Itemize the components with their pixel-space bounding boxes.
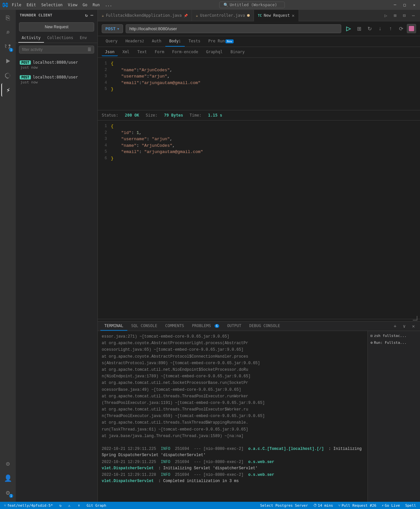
close-terminal-icon[interactable]: ✕	[410, 322, 417, 330]
run-config-icon: ⚙	[370, 341, 373, 345]
term-tab-problems[interactable]: PROBLEMS 6	[188, 321, 223, 331]
download-icon[interactable]: ↓	[375, 24, 385, 33]
menu-more[interactable]: ...	[105, 3, 112, 7]
maximize-button[interactable]: □	[402, 2, 408, 8]
term-tab-debug[interactable]: DEBUG CONSOLE	[245, 321, 284, 331]
sidebar-tab-activity[interactable]: Activity	[18, 33, 44, 43]
publish-status-item[interactable]: ⬆	[76, 503, 81, 508]
time-status-item[interactable]: ⏱ 14 mins	[312, 503, 334, 508]
title-bar-menu: File Edit Selection View Go Run ...	[12, 3, 112, 7]
sidebar-tab-collections[interactable]: Collections	[44, 33, 76, 43]
spell-item[interactable]: Spell	[404, 503, 417, 508]
sidebar-more-icon[interactable]: ⋯	[91, 12, 94, 18]
log-line: at org.apache.tomcat.util.threads.Thread…	[102, 393, 364, 400]
add-terminal-icon[interactable]: +	[391, 322, 399, 330]
tab-user-controller[interactable]: ☕ UserController.java	[192, 10, 254, 21]
more-tabs-icon[interactable]: ⋯	[410, 11, 417, 19]
menu-file[interactable]: File	[12, 3, 21, 7]
code-line-4: 4 "email":"arjungautam@gmail.com"	[98, 80, 420, 86]
title-bar-search[interactable]: 🔍 Untitled (Workspace)	[219, 2, 285, 8]
format-xml[interactable]: Xml	[119, 48, 133, 56]
term-tab-sql[interactable]: SQL CONSOLE	[127, 321, 161, 331]
account-icon[interactable]: 👤	[1, 472, 14, 485]
refresh-icon[interactable]: ↻	[365, 24, 374, 33]
minimize-button[interactable]: ─	[392, 2, 398, 8]
log-line: at org.apache.coyote.AbstractProtocol$Co…	[102, 354, 364, 360]
run-tab-icon[interactable]: ▷	[382, 11, 390, 19]
terminal-content[interactable]: essor.java:271) ~[tomcat-embed-core-9.0.…	[98, 331, 368, 502]
remote-explorer-icon[interactable]: ⊙	[1, 457, 14, 470]
activity-url: localhost:8080/user	[33, 75, 78, 79]
color-picker-button[interactable]	[407, 24, 416, 33]
terminal-shell-icon: ⊡	[370, 334, 373, 338]
activity-url: localhost:8080/user	[33, 60, 78, 65]
java-file-icon: ☕	[196, 13, 198, 18]
tab-headers[interactable]: Headers2	[121, 36, 148, 47]
chevron-down-icon[interactable]: ∨	[400, 322, 408, 330]
request-bar: POST ▾ ▷ ⊞ ↻ ↓ ↑ ⟳	[98, 21, 420, 36]
split-editor-icon[interactable]: ⊞	[391, 11, 399, 19]
url-input[interactable]	[126, 24, 341, 33]
settings-icon[interactable]: ⚙ 1	[1, 486, 14, 499]
term-tab-output[interactable]: OUTPUT	[223, 321, 245, 331]
terminal-instance-run[interactable]: ⚙ Run: Fullsta...	[368, 339, 420, 346]
terminal-instance-zsh[interactable]: ⊡ zsh fullstac...	[368, 332, 420, 339]
sidebar-tab-env[interactable]: Env	[76, 33, 90, 43]
tab-tests[interactable]: Tests	[185, 36, 204, 47]
filter-activity-input[interactable]	[22, 47, 88, 52]
save-request-icon[interactable]: ⊞	[354, 24, 364, 33]
format-json[interactable]: Json	[102, 48, 118, 56]
log-line: at org.apache.tomcat.util.net.NioEndpoin…	[102, 367, 364, 373]
list-item[interactable]: POST localhost:8080/user just now	[16, 57, 97, 72]
list-item[interactable]: POST localhost:8080/user just now	[16, 72, 97, 87]
select-server-item[interactable]: Select Postgres Server	[259, 503, 309, 508]
pull-request-item[interactable]: ⑂ Pull Request #26	[337, 503, 378, 508]
format-form-encode[interactable]: Form-encode	[169, 48, 201, 56]
history-icon[interactable]: ⟳	[396, 24, 406, 33]
request-body-editor[interactable]: 1 { 2 "name":"ArjunCodes", 3 "username":…	[98, 58, 420, 110]
tab-query[interactable]: Query	[102, 36, 121, 47]
go-live-item[interactable]: ⚡ Go Live	[380, 503, 401, 508]
thunder-client-icon[interactable]: ⚡	[1, 83, 14, 97]
sync-status-item[interactable]: ↻	[58, 503, 63, 508]
format-text[interactable]: Text	[134, 48, 150, 56]
format-form[interactable]: Form	[152, 48, 168, 56]
activity-bar-bottom: ⊙ 👤 ⚙ 1	[1, 457, 14, 502]
menu-selection[interactable]: Selection	[41, 3, 63, 7]
sidebar-refresh-icon[interactable]: ↻	[85, 12, 88, 18]
resize-handle[interactable]	[98, 319, 420, 321]
term-tab-comments[interactable]: COMMENTS	[161, 321, 188, 331]
tab-prerun[interactable]: Pre RunNew	[204, 36, 238, 47]
warnings-status-item[interactable]: ⚠	[67, 503, 73, 508]
source-control-icon[interactable]: 1	[1, 40, 14, 53]
method-selector[interactable]: POST ▾	[102, 24, 123, 33]
tab-body[interactable]: Body1	[165, 36, 185, 47]
new-request-button[interactable]: New Request	[19, 22, 94, 32]
search-activity-icon[interactable]: ⌕	[1, 26, 14, 39]
branch-status-item[interactable]: ⑂ feat/nelly/4pfsdid-5*	[3, 503, 54, 508]
menu-run[interactable]: Run	[93, 3, 100, 7]
thunder-client-tab-icon: TC	[258, 14, 262, 17]
log-line: 2022-10-21 12:29:11.225 INFO 251694 --- …	[102, 459, 364, 472]
tab-fullstack-java[interactable]: ☕ FullstackBackendApplication.java 📌	[98, 10, 192, 21]
send-button[interactable]: ▷	[344, 24, 353, 33]
explorer-icon[interactable]: ⎘	[1, 11, 14, 24]
run-debug-icon[interactable]	[1, 55, 14, 68]
term-tab-terminal[interactable]: TERMINAL	[100, 321, 127, 331]
menu-edit[interactable]: Edit	[27, 3, 36, 7]
format-graphql[interactable]: Graphql	[203, 48, 226, 56]
git-graph-item[interactable]: Git Graph	[85, 503, 108, 508]
close-window-button[interactable]: ✕	[411, 2, 417, 8]
extensions-icon[interactable]	[1, 69, 14, 82]
filter-menu-icon[interactable]: ☰	[88, 47, 91, 52]
size-label: Size:	[146, 113, 158, 118]
menu-go[interactable]: Go	[83, 3, 87, 7]
tab-auth[interactable]: Auth	[148, 36, 165, 47]
close-editors-icon[interactable]: ⊟	[400, 11, 408, 19]
tab-new-request[interactable]: TC New Request ✕	[254, 10, 299, 21]
upload-icon[interactable]: ↑	[386, 24, 395, 33]
format-binary[interactable]: Binary	[227, 48, 248, 56]
close-tab-icon[interactable]: ✕	[292, 13, 294, 18]
pull-request-label: Pull Request #26	[342, 503, 376, 508]
menu-view[interactable]: View	[68, 3, 77, 7]
